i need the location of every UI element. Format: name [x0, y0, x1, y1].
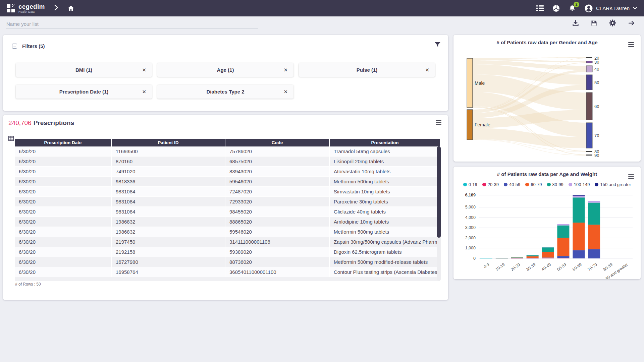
table-cell: 314111000001106: [225, 237, 330, 247]
prescriptions-menu-button[interactable]: [436, 120, 441, 125]
list-name-input[interactable]: [6, 19, 258, 28]
bar-segment[interactable]: [527, 258, 539, 258]
sankey-node-age-90[interactable]: [586, 155, 592, 156]
sankey-node-male[interactable]: [467, 58, 473, 108]
bar-segment[interactable]: [527, 255, 539, 255]
table-row[interactable]: 6/30/20749102083943020Atorvastatin 10mg …: [15, 167, 440, 177]
chip-close-button[interactable]: ✕: [281, 66, 290, 74]
bar-segment[interactable]: [542, 257, 554, 258]
chip-close-button[interactable]: ✕: [423, 66, 432, 74]
bar-segment[interactable]: [511, 257, 523, 257]
bar-segment[interactable]: [557, 225, 569, 238]
save-button[interactable]: [591, 20, 597, 27]
sankey-node-age-20[interactable]: [586, 57, 592, 58]
bar-segment[interactable]: [573, 223, 585, 250]
sankey-chart: MaleFemale2030405060708090: [453, 35, 641, 162]
table-row[interactable]: 6/30/202197450314111000001106Zapain 30mg…: [15, 237, 440, 247]
bar-segment[interactable]: [557, 224, 569, 225]
filter-chip[interactable]: Diabetes Type 2✕: [157, 85, 293, 99]
table-cell: 36854011000001100: [225, 267, 330, 277]
bar-segment[interactable]: [588, 201, 600, 203]
bar-segment[interactable]: [573, 197, 585, 223]
table-header-cell[interactable]: Code: [225, 139, 330, 146]
bar-segment[interactable]: [542, 252, 554, 257]
filter-chip[interactable]: Prescription Date (1)✕: [16, 85, 152, 99]
bar-segment[interactable]: [511, 258, 523, 258]
chip-close-button[interactable]: ✕: [140, 88, 149, 96]
table-header-cell[interactable]: Patient ID: [112, 139, 225, 146]
filter-chip[interactable]: Pulse (1)✕: [299, 63, 435, 77]
download-button[interactable]: [572, 19, 579, 28]
cegedim-logo[interactable]: cegedim Health Data: [7, 3, 45, 13]
y-tick-label: 6,189: [465, 193, 476, 197]
bar-segment[interactable]: [480, 258, 492, 259]
filter-chip[interactable]: BMI (1)✕: [16, 63, 152, 77]
bar-segment[interactable]: [542, 247, 554, 247]
bar-segment[interactable]: [557, 258, 569, 258]
sankey-node-age-50[interactable]: [586, 75, 592, 90]
bar-segment[interactable]: [573, 196, 585, 197]
bar-segment[interactable]: [588, 203, 600, 225]
table-scrollbar[interactable]: [437, 146, 441, 281]
table-row[interactable]: 6/30/201672798088736020Metformin 500mg m…: [15, 257, 440, 267]
table-row[interactable]: 6/30/201169350075786020Tramadol 50mg cap…: [15, 146, 440, 157]
sankey-flow[interactable]: [473, 57, 586, 59]
list-menu-button[interactable]: [536, 5, 544, 12]
table-row[interactable]: 6/30/20219215859389020Digoxin 62.5microg…: [15, 247, 440, 257]
x-tick-label: 10-19: [494, 262, 505, 272]
bar-segment[interactable]: [573, 250, 585, 258]
notifications-button[interactable]: 2: [568, 4, 576, 12]
bar-segment[interactable]: [527, 256, 539, 258]
bar-segment[interactable]: [588, 249, 600, 258]
table-cell: 6/30/20: [15, 197, 112, 206]
table-row[interactable]: 6/30/20981833659546020Metformin 500mg ta…: [15, 177, 440, 187]
bar-segment[interactable]: [557, 256, 569, 258]
x-tick-label: 40-49: [541, 262, 552, 272]
forward-button[interactable]: [628, 19, 635, 28]
table-cell: 11693500: [112, 146, 225, 156]
sankey-node-female[interactable]: [467, 110, 473, 140]
table-cell: Zapain 30mg/500mg capsules (Advanz Pharm…: [330, 237, 440, 247]
table-cell: Digoxin 62.5microgram tablets: [330, 247, 440, 257]
sankey-node-age-40[interactable]: [586, 66, 592, 72]
chip-close-button[interactable]: ✕: [281, 88, 290, 96]
table-view-icon[interactable]: [8, 136, 14, 142]
charts-button[interactable]: [552, 4, 560, 12]
sankey-node-age-30[interactable]: [586, 61, 592, 63]
sankey-node-age-80[interactable]: [586, 151, 592, 152]
filter-funnel-button[interactable]: [434, 42, 441, 49]
table-scrollbar-thumb[interactable]: [437, 146, 441, 238]
settings-button[interactable]: [609, 19, 616, 28]
sankey-node-label: Female: [475, 122, 490, 127]
table-cell: 75786020: [225, 146, 330, 156]
logo-text: cegedim: [18, 3, 45, 10]
table-row[interactable]: 6/30/20198683288865020Amlodipine 10mg ta…: [15, 217, 440, 227]
bar-segment[interactable]: [588, 225, 600, 249]
logo-subtext: Health Data: [18, 10, 45, 13]
bar-segment[interactable]: [527, 258, 539, 259]
chip-close-button[interactable]: ✕: [140, 66, 149, 74]
sankey-node-age-60[interactable]: [586, 93, 592, 120]
table-row[interactable]: 6/30/201695876436854011000001100Contour …: [15, 267, 440, 277]
bar-segment[interactable]: [527, 255, 539, 256]
bar-segment[interactable]: [557, 238, 569, 256]
filter-chip[interactable]: Age (1)✕: [157, 63, 293, 77]
table-row[interactable]: 6/30/20983108498455020Gliclazide 40mg ta…: [15, 207, 440, 217]
table-row[interactable]: 6/30/20983108472933020Paroxetine 30mg ta…: [15, 197, 440, 207]
home-icon: [67, 5, 74, 12]
user-menu[interactable]: CLARK Darren: [584, 4, 637, 13]
sankey-node-age-70[interactable]: [586, 123, 592, 148]
bar-segment[interactable]: [542, 247, 554, 252]
bar-segment[interactable]: [573, 195, 585, 196]
bar-segment[interactable]: [496, 258, 508, 258]
table-header-cell[interactable]: Prescription Date: [15, 139, 112, 146]
home-button[interactable]: [67, 5, 74, 12]
bar-segment[interactable]: [542, 258, 554, 258]
table-header-cell[interactable]: Presentation: [330, 139, 440, 146]
bar-segment[interactable]: [511, 257, 523, 258]
sankey-node-label: 40: [594, 67, 599, 72]
table-row[interactable]: 6/30/20198683259546020Metformin 500mg ta…: [15, 227, 440, 237]
collapse-filters-icon[interactable]: [12, 44, 17, 49]
table-row[interactable]: 6/30/2087016068575020Lisinopril 20mg tab…: [15, 157, 440, 167]
table-row[interactable]: 6/30/20983108472487020Simvastatin 10mg t…: [15, 187, 440, 197]
